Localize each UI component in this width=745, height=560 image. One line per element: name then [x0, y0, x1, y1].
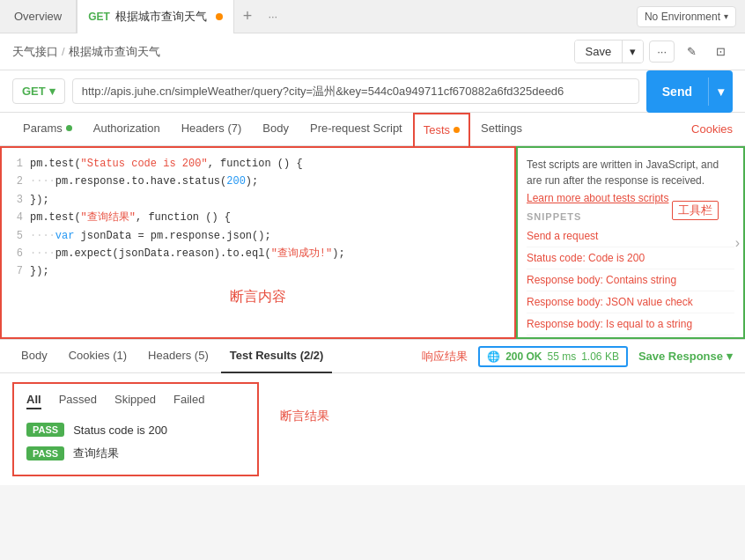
dot-indicator [216, 13, 223, 20]
tests-dot [454, 127, 460, 133]
code-line-6: 6 ····pm.expect(jsonData.reason).to.eql(… [9, 245, 507, 262]
tab-settings[interactable]: Settings [470, 113, 533, 146]
tab-params[interactable]: Params [12, 113, 83, 146]
test-filter-tabs: All Passed Skipped Failed [26, 393, 245, 409]
add-tab-btn[interactable]: + [234, 7, 262, 26]
save-main[interactable]: Save [575, 41, 623, 63]
status-time: 55 ms [548, 350, 577, 363]
tab-authorization[interactable]: Authorization [83, 113, 171, 146]
filter-skipped[interactable]: Skipped [114, 393, 156, 409]
layout-button[interactable]: ⊡ [709, 41, 733, 62]
code-editor-panel[interactable]: 1 pm.test("Status code is 200", function… [0, 146, 516, 339]
test-result-row-1: PASS Status code is 200 [26, 418, 245, 441]
duanyan-result-annotation: 断言结果 [280, 409, 329, 424]
request-name: 根据城市查询天气 [115, 9, 207, 25]
resp-tab-cookies[interactable]: Cookies (1) [60, 340, 136, 373]
chevron-down-icon: ▾ [724, 11, 728, 21]
status-code: 200 OK [505, 350, 542, 363]
tab-get-request[interactable]: GET 根据城市查询天气 [77, 0, 234, 33]
code-annotation: 断言内容 [9, 288, 507, 306]
code-line-3: 3 }); [9, 191, 507, 209]
method-chevron: ▾ [49, 85, 55, 98]
method-label: GET [88, 11, 110, 23]
send-button[interactable]: Send ▾ [646, 70, 733, 113]
cookies-link[interactable]: Cookies [691, 122, 733, 136]
snippet-send-request[interactable]: Send a request [527, 225, 734, 247]
test-result-row-2: PASS 查询结果 [26, 441, 245, 466]
snippet-body-contains[interactable]: Response body: Contains string [527, 269, 734, 291]
pass-badge-2: PASS [26, 446, 64, 461]
tab-pre-request[interactable]: Pre-request Script [299, 113, 413, 146]
more-tabs-btn[interactable]: ··· [261, 10, 284, 23]
code-line-7: 7 }); [9, 262, 507, 280]
test-results-panel: All Passed Skipped Failed PASS Status co… [12, 382, 259, 476]
chevron-right-icon: › [735, 235, 740, 251]
pass-badge-1: PASS [26, 423, 64, 437]
code-line-1: 1 pm.test("Status code is 200", function… [9, 155, 507, 173]
tab-headers[interactable]: Headers (7) [171, 113, 253, 146]
status-size: 1.06 KB [581, 350, 619, 363]
params-dot [66, 125, 72, 131]
breadcrumb: 天气接口 / 根据城市查询天气 [12, 44, 160, 60]
snippets-header: Test scripts are written in JavaScript, … [527, 157, 734, 188]
code-line-2: 2 ····pm.response.to.have.status(200); [9, 173, 507, 190]
response-label: 响应结果 [422, 349, 468, 365]
more-button[interactable]: ··· [649, 41, 675, 63]
tab-body[interactable]: Body [252, 113, 299, 146]
snippet-body-equal[interactable]: Response body: Is equal to a string [527, 313, 734, 335]
save-button[interactable]: Save ▾ [574, 40, 645, 63]
test-label-1: Status code is 200 [73, 424, 167, 437]
resp-tab-headers[interactable]: Headers (5) [139, 340, 218, 373]
edit-button[interactable]: ✎ [680, 41, 704, 62]
code-line-5: 5 ····var jsonData = pm.response.json(); [9, 227, 507, 245]
chevron-down-icon: ▾ [727, 350, 733, 363]
resp-tab-body[interactable]: Body [12, 340, 56, 373]
test-label-2: 查询结果 [73, 446, 119, 461]
status-box: 🌐 200 OK 55 ms 1.06 KB [478, 346, 628, 367]
save-arrow[interactable]: ▾ [623, 41, 643, 63]
method-select[interactable]: GET ▾ [12, 78, 65, 104]
url-input[interactable] [72, 78, 639, 104]
toolbar-annotation: 工具栏 [672, 201, 719, 220]
save-response-btn[interactable]: Save Response ▾ [638, 350, 733, 363]
snippet-json-check[interactable]: Response body: JSON value check [527, 291, 734, 313]
snippet-content-type[interactable]: Response headers: Content-Type header ch… [527, 335, 734, 339]
globe-icon: 🌐 [487, 350, 500, 363]
snippets-panel: Test scripts are written in JavaScript, … [516, 146, 745, 339]
tab-tests[interactable]: Tests [413, 113, 470, 146]
resp-tab-test-results[interactable]: Test Results (2/2) [221, 340, 333, 373]
code-line-4: 4 pm.test("查询结果", function () { [9, 209, 507, 226]
send-label: Send [646, 77, 708, 106]
filter-all[interactable]: All [26, 393, 41, 409]
snippet-status-200[interactable]: Status code: Code is 200 [527, 247, 734, 269]
tab-overview[interactable]: Overview [0, 0, 77, 33]
env-selector[interactable]: No Environment ▾ [637, 6, 736, 27]
send-arrow[interactable]: ▾ [708, 77, 733, 106]
filter-failed[interactable]: Failed [173, 393, 204, 409]
filter-passed[interactable]: Passed [59, 393, 97, 409]
